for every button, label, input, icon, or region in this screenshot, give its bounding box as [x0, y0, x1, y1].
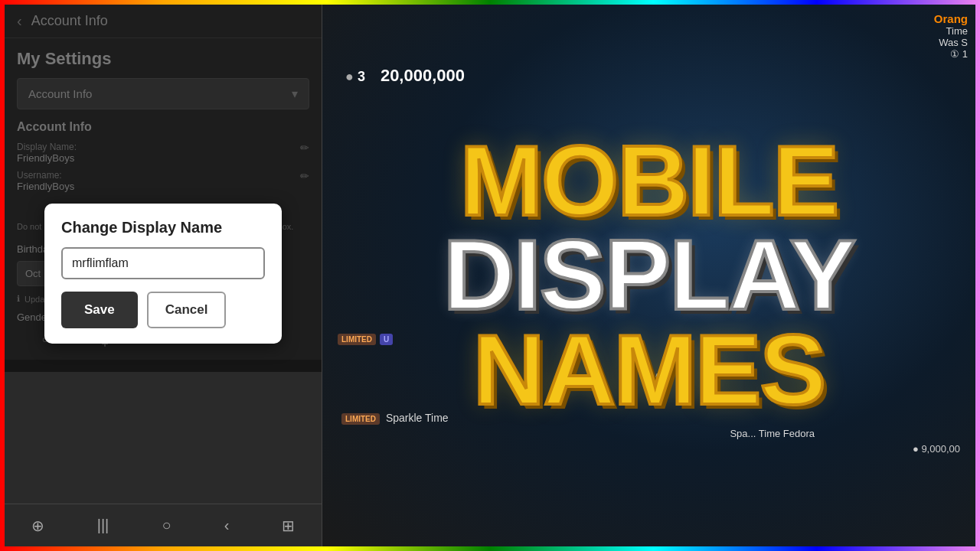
display-name-input[interactable]: [61, 247, 265, 279]
modal-overlay: Change Display Name Save Cancel: [5, 5, 322, 372]
nav-apps-icon[interactable]: ⊕: [31, 517, 44, 535]
nav-recents-icon[interactable]: |||: [97, 517, 109, 534]
modal-title: Change Display Name: [61, 219, 265, 236]
android-nav: ⊕ ||| ○ ‹ ⊞: [5, 504, 322, 546]
nav-home-icon[interactable]: ○: [162, 517, 171, 534]
overlay-text-mobile: MOBILE: [460, 134, 838, 229]
main-container: ‹ Account Info My Settings Account Info …: [5, 5, 975, 546]
save-button[interactable]: Save: [61, 292, 138, 328]
game-panel: Orang Time Was S ① 1 ● 3 20,000,000 LIMI…: [322, 5, 975, 546]
change-display-name-modal: Change Display Name Save Cancel: [44, 204, 282, 344]
nav-back-icon[interactable]: ‹: [224, 517, 230, 534]
overlay-text-display: DISPLAY: [443, 228, 854, 323]
cancel-button[interactable]: Cancel: [147, 292, 227, 328]
mobile-panel: ‹ Account Info My Settings Account Info …: [5, 5, 322, 546]
modal-buttons: Save Cancel: [61, 292, 265, 328]
overlay-text-container: MOBILE DISPLAY NAMES: [322, 5, 975, 546]
overlay-text-names: NAMES: [473, 323, 825, 418]
rainbow-border: ‹ Account Info My Settings Account Info …: [0, 0, 980, 551]
nav-screenshot-icon[interactable]: ⊞: [282, 517, 295, 535]
